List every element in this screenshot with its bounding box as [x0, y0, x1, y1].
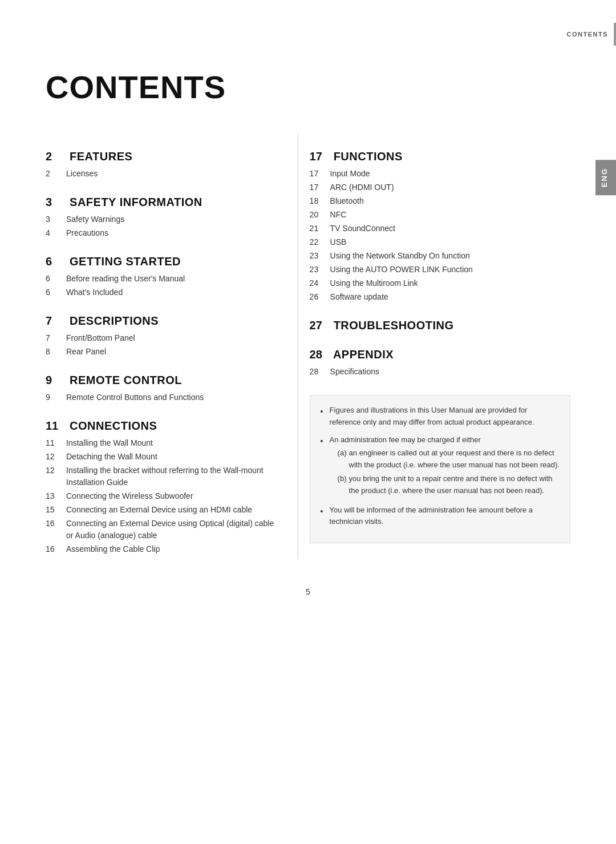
- list-item: 7Front/Bottom Panel: [46, 332, 275, 344]
- item-text: Remote Control Buttons and Functions: [66, 391, 204, 403]
- section-title: GETTING STARTED: [66, 255, 181, 268]
- section: 28 APPENDIX28Specifications: [310, 348, 570, 378]
- item-number: 13: [46, 490, 66, 502]
- item-number: 18: [310, 195, 330, 207]
- section-number: 17: [310, 150, 330, 163]
- section-header: 7 DESCRIPTIONS: [46, 314, 275, 328]
- list-item: 23Using the Network Standby On function: [310, 250, 570, 262]
- section: 7 DESCRIPTIONS7Front/Bottom Panel8Rear P…: [46, 314, 275, 358]
- list-item: 9Remote Control Buttons and Functions: [46, 391, 275, 403]
- item-number: 6: [46, 273, 66, 285]
- eng-tab: ENG: [595, 160, 616, 195]
- item-text: What's Included: [66, 286, 123, 298]
- section-items: 6Before reading the User's Manual6What's…: [46, 273, 275, 298]
- section-title: CONNECTIONS: [66, 419, 157, 433]
- note-bullet: •: [321, 435, 330, 447]
- list-item: 23Using the AUTO POWER LINK Function: [310, 264, 570, 276]
- item-text: Input Mode: [330, 168, 370, 180]
- section-title: FUNCTIONS: [330, 150, 403, 163]
- list-item: 20NFC: [310, 209, 570, 221]
- note-sub-item: (b) you bring the unit to a repair centr…: [338, 473, 560, 497]
- list-item: 2Licenses: [46, 168, 275, 180]
- section-header: 6 GETTING STARTED: [46, 255, 275, 268]
- note-text: You will be informed of the administrati…: [330, 506, 533, 526]
- contents-layout: 2 FEATURES2Licenses3 SAFETY INFORMATION3…: [46, 134, 570, 559]
- item-text: Using the AUTO POWER LINK Function: [330, 264, 473, 276]
- page-container: CONTENTS ENG CONTENTS 2 FEATURES2License…: [0, 0, 616, 844]
- section: 17 FUNCTIONS17Input Mode17ARC (HDMI OUT)…: [310, 150, 570, 303]
- section-title: TROUBLESHOOTING: [330, 319, 454, 332]
- list-item: 21TV SoundConnect: [310, 223, 570, 235]
- list-item: 17Input Mode: [310, 168, 570, 180]
- section-items: 7Front/Bottom Panel8Rear Panel: [46, 332, 275, 358]
- note-item: •You will be informed of the administrat…: [321, 504, 560, 528]
- list-item: 24Using the Multiroom Link: [310, 277, 570, 289]
- header-contents-label: CONTENTS: [567, 31, 609, 38]
- item-number: 4: [46, 227, 66, 239]
- section-items: 9Remote Control Buttons and Functions: [46, 391, 275, 403]
- note-sub-label: (a): [338, 447, 349, 459]
- item-text: Using the Multiroom Link: [330, 277, 418, 289]
- item-text: Installing the Wall Mount: [66, 437, 153, 449]
- item-text: TV SoundConnect: [330, 223, 395, 235]
- item-text: Bluetooth: [330, 195, 364, 207]
- section-number: 3: [46, 196, 66, 209]
- item-number: 6: [46, 286, 66, 298]
- item-text: Before reading the User's Manual: [66, 273, 185, 285]
- section: 11 CONNECTIONS11Installing the Wall Moun…: [46, 419, 275, 555]
- item-number: 7: [46, 332, 66, 344]
- header-vertical-line: [614, 23, 616, 46]
- section-number: 28: [310, 348, 330, 361]
- note-sub-text: an engineer is called out at your reques…: [349, 447, 560, 471]
- item-text: Front/Bottom Panel: [66, 332, 135, 344]
- item-text: NFC: [330, 209, 347, 221]
- list-item: 6What's Included: [46, 286, 275, 298]
- note-bullet: •: [321, 405, 330, 418]
- note-bullet: •: [321, 505, 330, 518]
- item-number: 17: [310, 181, 330, 193]
- item-number: 3: [46, 213, 66, 225]
- section-number: 27: [310, 319, 330, 332]
- list-item: 15Connecting an External Device using an…: [46, 504, 275, 516]
- note-content: You will be informed of the administrati…: [330, 504, 560, 528]
- section-header: 17 FUNCTIONS: [310, 150, 570, 163]
- list-item: 4Precautions: [46, 227, 275, 239]
- item-text: Connecting the Wireless Subwoofer: [66, 490, 193, 502]
- list-item: 22USB: [310, 236, 570, 248]
- section-title: FEATURES: [66, 150, 132, 163]
- item-number: 28: [310, 366, 330, 378]
- item-number: 23: [310, 264, 330, 276]
- section-header: 9 REMOTE CONTROL: [46, 374, 275, 387]
- section-title: DESCRIPTIONS: [66, 314, 159, 328]
- item-number: 22: [310, 236, 330, 248]
- item-number: 11: [46, 437, 66, 449]
- section: 6 GETTING STARTED6Before reading the Use…: [46, 255, 275, 298]
- item-text: Connecting an External Device using an H…: [66, 504, 252, 516]
- section-items: 28Specifications: [310, 366, 570, 378]
- list-item: 3Safety Warnings: [46, 213, 275, 225]
- item-number: 26: [310, 291, 330, 303]
- page-title: CONTENTS: [46, 68, 570, 106]
- item-number: 8: [46, 346, 66, 358]
- section-items: 17Input Mode17ARC (HDMI OUT)18Bluetooth2…: [310, 168, 570, 303]
- left-column: 2 FEATURES2Licenses3 SAFETY INFORMATION3…: [46, 134, 298, 559]
- item-text: Assembling the Cable Clip: [66, 543, 160, 555]
- item-text: USB: [330, 236, 347, 248]
- list-item: 13Connecting the Wireless Subwoofer: [46, 490, 275, 502]
- note-sub-items: (a) an engineer is called out at your re…: [338, 447, 560, 496]
- section-title: APPENDIX: [330, 348, 394, 361]
- section-number: 7: [46, 314, 66, 328]
- item-number: 2: [46, 168, 66, 180]
- list-item: 16Connecting an External Device using Op…: [46, 518, 275, 542]
- item-number: 20: [310, 209, 330, 221]
- section-items: 11Installing the Wall Mount12Detaching t…: [46, 437, 275, 555]
- note-text: Figures and illustrations in this User M…: [330, 406, 534, 426]
- note-content: An administration fee may be charged if …: [330, 434, 560, 499]
- list-item: 6Before reading the User's Manual: [46, 273, 275, 285]
- item-number: 16: [46, 518, 66, 530]
- right-column: 17 FUNCTIONS17Input Mode17ARC (HDMI OUT)…: [298, 134, 570, 559]
- section-header: 2 FEATURES: [46, 150, 275, 163]
- section-header: 28 APPENDIX: [310, 348, 570, 361]
- section-items: 3Safety Warnings4Precautions: [46, 213, 275, 239]
- item-number: 15: [46, 504, 66, 516]
